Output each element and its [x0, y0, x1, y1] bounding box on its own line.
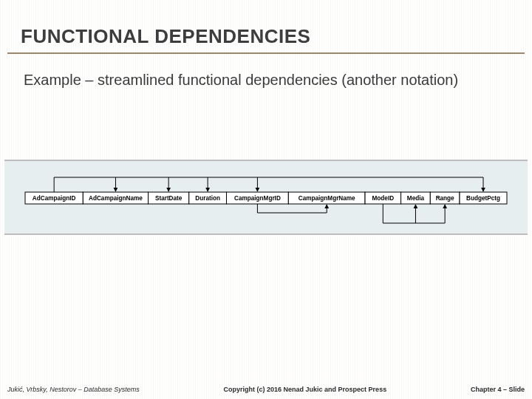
slide-title: FUNCTIONAL DEPENDENCIES [0, 0, 532, 52]
attr-label: BudgetPctg [466, 195, 500, 202]
fd-diagram: AdCampaignIDAdCampaignNameStartDateDurat… [4, 160, 528, 235]
footer-chapter: Chapter 4 – Slide [471, 386, 525, 393]
slide-footer: Jukić, Vrbsky, Nestorov – Database Syste… [0, 386, 532, 393]
attr-label: StartDate [155, 195, 183, 202]
attr-label: AdCampaignName [89, 195, 143, 202]
attr-label: Range [436, 195, 454, 202]
attr-label: Media [407, 195, 425, 202]
attr-label: ModeID [372, 195, 395, 202]
footer-authors: Jukić, Vrbsky, Nestorov – Database Syste… [7, 386, 140, 393]
attr-label: CampaignMgrName [299, 195, 355, 202]
footer-copyright: Copyright (c) 2016 Nenad Jukic and Prosp… [224, 386, 387, 393]
slide-subtitle: Example – streamlined functional depende… [0, 54, 532, 90]
attr-label: Duration [195, 195, 220, 202]
attr-label: CampaignMgrID [234, 195, 281, 202]
attr-label: AdCampaignID [33, 195, 76, 202]
